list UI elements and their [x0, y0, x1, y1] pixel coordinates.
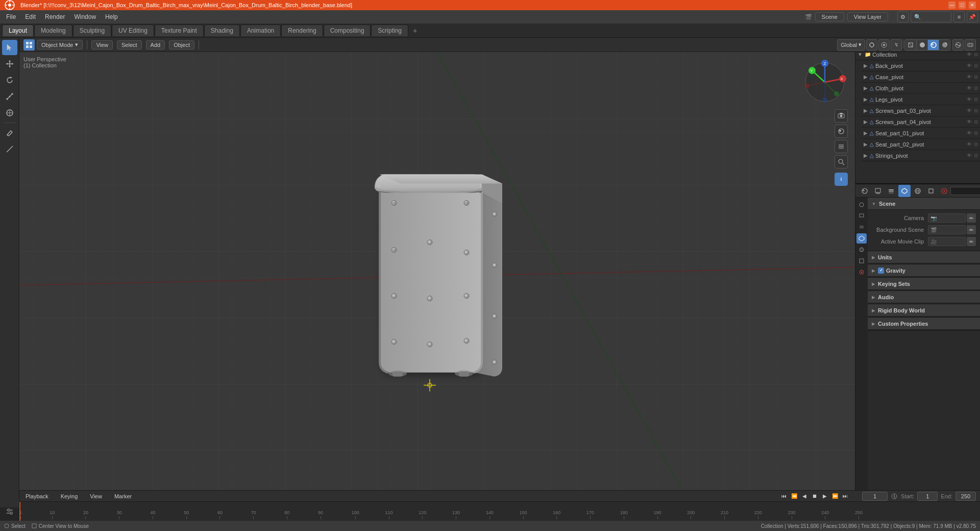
scene-sidebar-world[interactable]: [856, 245, 867, 255]
legs-restrict-btn[interactable]: ⊙: [974, 96, 978, 102]
seat01-visibility-btn[interactable]: 👁: [967, 130, 972, 136]
tab-compositing[interactable]: Compositing: [324, 25, 371, 36]
units-section-header[interactable]: Units: [868, 251, 980, 263]
scene-sidebar-constraints[interactable]: [856, 267, 867, 277]
camera-view-btn[interactable]: [835, 109, 848, 123]
seat02-restrict-btn[interactable]: ⊙: [974, 141, 978, 147]
toggle-sidebar-btn[interactable]: [835, 140, 848, 153]
keying-menu[interactable]: Keying: [57, 492, 82, 500]
render-preview-btn[interactable]: [835, 125, 848, 138]
timeline-view-menu[interactable]: View: [86, 492, 106, 500]
bg-scene-edit-btn[interactable]: ✏: [967, 225, 976, 234]
screws04-visibility-btn[interactable]: 👁: [967, 119, 972, 125]
search-bar[interactable]: 🔍: [911, 11, 951, 22]
menu-file[interactable]: File: [2, 12, 20, 21]
screws03-restrict-btn[interactable]: ⊙: [974, 108, 978, 113]
outliner-row-strings[interactable]: ▶ △ Strings_pivot 👁 ⊙: [862, 150, 980, 161]
proportional-edit-toggle[interactable]: [878, 39, 890, 51]
search-btn[interactable]: [835, 155, 848, 168]
camera-edit-btn[interactable]: ✏: [967, 213, 976, 223]
scene-section-header[interactable]: Scene: [868, 198, 980, 210]
zoom-info-btn[interactable]: i: [835, 173, 848, 186]
global-transform-dropdown[interactable]: Global▾: [837, 39, 865, 51]
back-visibility-btn[interactable]: 👁: [967, 63, 972, 68]
wireframe-mode-btn[interactable]: [905, 40, 916, 50]
jump-start-btn[interactable]: ⏮: [779, 492, 789, 501]
audio-section-header[interactable]: Audio: [868, 291, 980, 303]
cajon-object[interactable]: [318, 143, 523, 410]
scene-dropdown[interactable]: Scene: [815, 12, 844, 21]
menu-help[interactable]: Help: [101, 12, 122, 21]
case-restrict-btn[interactable]: ⊙: [974, 74, 978, 80]
object-menu[interactable]: Object: [169, 40, 194, 50]
tab-add-button[interactable]: +: [409, 26, 421, 36]
tab-layout[interactable]: Layout: [2, 25, 34, 36]
tab-rendering[interactable]: Rendering: [281, 25, 323, 36]
tool-scale[interactable]: [2, 89, 17, 104]
keying-sets-section-header[interactable]: Keying Sets: [868, 278, 980, 290]
props-viewlayer-btn[interactable]: [885, 185, 897, 197]
outliner-row-screws-04[interactable]: ▶ △ Screws_part_04_pivot 👁 ⊙: [862, 116, 980, 128]
outliner-row-screws-03[interactable]: ▶ △ Screws_part_03_pivot 👁 ⊙: [862, 105, 980, 116]
props-search[interactable]: [950, 187, 980, 195]
outliner-row-cloth-pivot[interactable]: ▶ △ Cloth_pivot 👁 ⊙: [862, 83, 980, 94]
scene-sidebar-output[interactable]: [856, 211, 867, 221]
add-menu[interactable]: Add: [146, 40, 165, 50]
jump-end-btn[interactable]: ⏭: [841, 492, 850, 501]
props-world-btn[interactable]: [912, 185, 924, 197]
select-menu[interactable]: Select: [117, 40, 142, 50]
rigid-body-section-header[interactable]: Rigid Body World: [868, 304, 980, 317]
tab-sculpting[interactable]: Sculpting: [73, 25, 111, 36]
filter-button[interactable]: ≡: [953, 11, 965, 22]
screws04-restrict-btn[interactable]: ⊙: [974, 119, 978, 125]
menu-render[interactable]: Render: [41, 12, 69, 21]
next-keyframe-btn[interactable]: ⏩: [830, 492, 840, 501]
tab-uv-editing[interactable]: UV Editing: [112, 25, 154, 36]
solid-mode-btn[interactable]: [916, 40, 927, 50]
gravity-checkbox[interactable]: ✓: [878, 268, 884, 274]
view-layer-dropdown[interactable]: View Layer: [847, 12, 888, 21]
marker-menu[interactable]: Marker: [110, 492, 136, 500]
cloth-restrict-btn[interactable]: ⊙: [974, 85, 978, 91]
back-restrict-btn[interactable]: ⊙: [974, 63, 978, 68]
minimize-button[interactable]: —: [948, 2, 955, 9]
play-reverse-btn[interactable]: ◀: [800, 492, 809, 501]
screws03-visibility-btn[interactable]: 👁: [967, 108, 972, 113]
menu-window[interactable]: Window: [70, 12, 100, 21]
current-frame-input[interactable]: 1: [862, 492, 888, 501]
props-output-btn[interactable]: [872, 185, 884, 197]
stop-btn[interactable]: ⏹: [810, 492, 819, 501]
outliner-row-case-pivot[interactable]: ▶ △ Case_pivot 👁 ⊙: [862, 71, 980, 83]
play-btn[interactable]: ▶: [820, 492, 829, 501]
props-physics-btn[interactable]: [938, 185, 950, 197]
tab-animation[interactable]: Animation: [240, 25, 281, 36]
menu-edit[interactable]: Edit: [21, 12, 40, 21]
tool-annotate[interactable]: [2, 125, 17, 140]
movie-clip-value[interactable]: 🎥: [928, 237, 966, 246]
tab-texture-paint[interactable]: Texture Paint: [155, 25, 204, 36]
end-frame-input[interactable]: 250: [955, 492, 976, 501]
strings-restrict-btn[interactable]: ⊙: [974, 153, 978, 158]
movie-clip-edit-btn[interactable]: ✏: [967, 237, 976, 246]
scene-sidebar-viewlayer[interactable]: [856, 222, 867, 232]
tool-rotate[interactable]: [2, 73, 17, 88]
collection-visibility-btn[interactable]: 👁: [967, 52, 972, 57]
bg-scene-value[interactable]: 🎬: [928, 225, 966, 234]
outliner-row-seat-01[interactable]: ▶ △ Seat_part_01_pivot 👁 ⊙: [862, 128, 980, 139]
pin-button[interactable]: 📌: [967, 11, 978, 22]
case-visibility-btn[interactable]: 👁: [967, 74, 972, 80]
editor-type-button[interactable]: [23, 39, 35, 51]
outliner-row-seat-02[interactable]: ▶ △ Seat_part_02_pivot 👁 ⊙: [862, 139, 980, 150]
tool-move[interactable]: [2, 56, 17, 71]
navigation-gizmo[interactable]: X Y Z: [802, 59, 848, 105]
snap-options[interactable]: ↯: [891, 39, 902, 51]
close-button[interactable]: ✕: [969, 2, 976, 9]
outliner-row-back-pivot[interactable]: ▶ △ Back_pivot 👁 ⊙: [862, 60, 980, 71]
camera-value[interactable]: 📷: [928, 213, 966, 223]
tool-measure[interactable]: [2, 141, 17, 157]
seat02-visibility-btn[interactable]: 👁: [967, 141, 972, 147]
tab-modeling[interactable]: Modeling: [34, 25, 72, 36]
scene-sidebar-scene[interactable]: [856, 233, 867, 244]
props-render-btn[interactable]: [859, 185, 871, 197]
tool-transform[interactable]: [2, 105, 17, 120]
